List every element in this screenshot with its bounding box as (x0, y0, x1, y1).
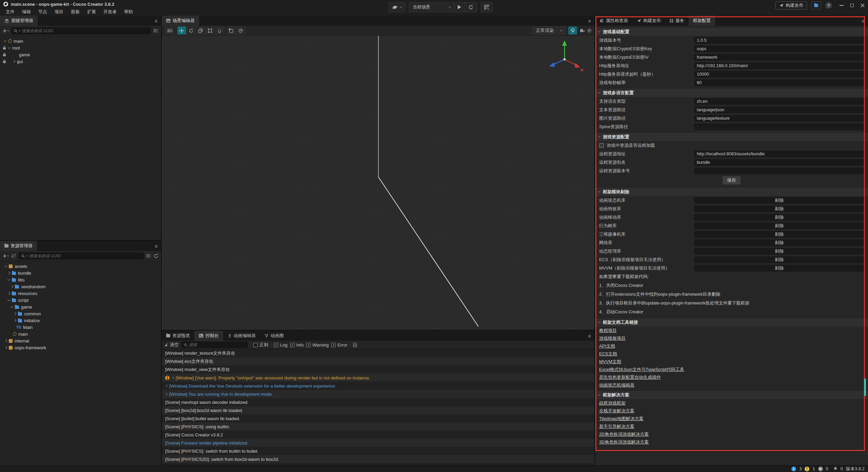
sort-icon[interactable] (11, 254, 16, 258)
log-file-icon[interactable] (353, 342, 357, 347)
remove-button[interactable]: 剔除 (694, 205, 865, 212)
asset-node-script[interactable]: script (0, 297, 161, 303)
asset-node-game[interactable]: game (0, 303, 161, 310)
play-button[interactable] (454, 2, 465, 12)
field-input[interactable]: 60 (694, 79, 865, 86)
menu-developer[interactable]: 开发者 (100, 8, 120, 16)
remove-button[interactable]: 剔除 (694, 239, 865, 246)
expand-icon[interactable] (4, 264, 7, 267)
expand-icon[interactable] (11, 305, 13, 308)
field-input[interactable]: oops (694, 45, 865, 52)
orientation-gizmo[interactable] (545, 38, 586, 79)
log-row[interactable]: [Scene] [PHYSICS]: using builtin. (162, 422, 594, 431)
build-publish-button[interactable]: 构建发布 (775, 1, 807, 9)
filter-log-checkbox[interactable]: ✓ Log (274, 342, 288, 348)
save-button[interactable]: 保存 (722, 176, 741, 185)
mode-3d-button[interactable]: 3D (164, 26, 175, 35)
help-button[interactable]: ? (825, 2, 832, 9)
asset-node-common[interactable]: common (0, 310, 161, 317)
field-input[interactable]: 1.0.5 (694, 37, 865, 44)
link-guide-solution[interactable]: 新手引导解决方案 (599, 422, 634, 430)
create-asset-button[interactable] (3, 254, 9, 258)
link-tiledmap-solution[interactable]: Tiledmap地图解决方案 (599, 415, 644, 422)
section-module-remove[interactable]: 框架模块剔除 (595, 187, 868, 196)
expand-icon[interactable] (7, 278, 10, 280)
field-input[interactable]: language/texture (694, 115, 865, 122)
preview-target-dropdown[interactable] (389, 2, 405, 12)
tab-framework-config[interactable]: 框架配置 (689, 16, 715, 26)
expand-icon[interactable] (13, 60, 15, 63)
asset-node-assets[interactable]: assets (0, 263, 161, 270)
expand-icon[interactable] (7, 298, 10, 301)
regex-checkbox[interactable]: 正则 (253, 342, 268, 348)
close-icon[interactable] (861, 3, 865, 7)
tab-animation-editor[interactable]: 动画编辑器 (223, 331, 260, 341)
tree-node-main[interactable]: main (0, 38, 161, 44)
expand-icon[interactable] (11, 285, 13, 288)
asset-node-internal[interactable]: internal (0, 337, 161, 344)
expand-icon[interactable] (7, 292, 10, 295)
field-input[interactable]: language/json (694, 106, 865, 113)
remote-load-checkbox[interactable]: 游戏中资源是否远程加载 (595, 141, 868, 150)
pivot-toggle-button[interactable] (227, 26, 236, 35)
log-row[interactable]: [Scene] Cocos Creator v3.8.2 (162, 431, 594, 439)
coordinate-toggle-button[interactable] (236, 26, 245, 35)
hierarchy-menu-icon[interactable]: ≡ (151, 18, 161, 24)
field-input[interactable]: http://localhost:8083/assets/bundle (694, 151, 865, 157)
gear-icon[interactable] (587, 28, 592, 33)
console-menu-icon[interactable]: ≡ (585, 333, 594, 339)
log-row[interactable]: [Scene] [PHYSICS]: switch from builtin t… (162, 447, 594, 455)
bell-icon[interactable] (833, 467, 837, 471)
field-input[interactable]: bundle (694, 159, 865, 166)
section-solutions[interactable]: 框架解决方案 (595, 390, 868, 399)
expand-icon[interactable] (14, 312, 16, 315)
asset-node-main-ts[interactable]: TS Main (0, 324, 161, 331)
preview-qr-button[interactable] (481, 2, 492, 12)
expand-icon[interactable] (7, 272, 10, 274)
inspector-menu-icon[interactable]: ≡ (858, 18, 868, 24)
console-logs[interactable]: [Window] render_texture文件夹存在 [Window] ec… (162, 349, 594, 465)
asset-node-oops-framework[interactable]: oops-framework (0, 344, 161, 351)
tab-console[interactable]: 控制台 (194, 331, 223, 341)
field-input[interactable]: zh,en (694, 98, 865, 105)
error-count-icon[interactable] (818, 467, 823, 471)
maximize-icon[interactable] (850, 4, 854, 7)
menu-panel[interactable]: 面板 (67, 8, 83, 16)
scale-tool-button[interactable] (196, 26, 205, 35)
field-input[interactable]: http://192.168.0.150/main/ (694, 62, 865, 69)
asset-node-seedrandom[interactable]: seedrandom (0, 283, 161, 290)
hierarchy-search-input[interactable] (22, 28, 149, 33)
log-row-info[interactable]: [Scene] Forward render pipeline initiali… (162, 439, 594, 447)
log-row-warning[interactable]: [Window] [Vue warn]: Property "onInput" … (162, 374, 594, 382)
log-row[interactable]: [Window] model_view文件夹存在 (162, 366, 594, 374)
link-2d-rpg-solution[interactable]: 2D角色扮演游戏解决方案 (599, 430, 649, 438)
tab-property-inspector[interactable]: 属性检查器 (595, 16, 632, 26)
tab-services[interactable]: 服务 (665, 16, 689, 26)
log-row-info[interactable]: [Window] Download the Vue Devtools exten… (162, 382, 594, 390)
expand-icon[interactable] (4, 339, 7, 342)
scene-menu-icon[interactable]: ≡ (585, 18, 594, 24)
remove-button[interactable]: 剔除 (694, 265, 865, 272)
menu-edit[interactable]: 编辑 (18, 8, 35, 16)
tab-build-publish[interactable]: 构建发布 (632, 16, 665, 26)
camera-icon[interactable] (580, 28, 585, 33)
log-row[interactable]: [Window] ecs文件夹存在 (162, 357, 594, 366)
field-input[interactable]: framework (694, 54, 865, 61)
warning-count-icon[interactable] (805, 467, 809, 471)
hierarchy-search[interactable] (11, 27, 151, 34)
asset-node-main-scene[interactable]: main (0, 331, 161, 337)
link-hotupdate-plugin[interactable]: 原生包热更新配置自动生成插件 (599, 373, 661, 381)
expand-icon[interactable] (8, 46, 11, 48)
remove-button[interactable]: 剔除 (694, 231, 865, 238)
link-wargame-framework[interactable]: 战棋游戏框架 (599, 399, 626, 407)
tree-node-game[interactable]: game (0, 51, 161, 58)
menu-node[interactable]: 节点 (35, 8, 51, 16)
expand-icon[interactable] (171, 376, 174, 379)
section-basic-config[interactable]: 游戏基础配置 (595, 27, 868, 36)
tab-hierarchy[interactable]: 层级管理器 (0, 16, 38, 26)
clear-console-button[interactable]: 清空 (164, 342, 179, 348)
log-row[interactable]: [Window] render_texture文件夹存在 (162, 349, 594, 357)
minimize-icon[interactable] (840, 5, 844, 6)
log-row[interactable]: [Scene] [PHYSICS2D]: switch from box2d-w… (162, 455, 594, 463)
link-ecs-docs[interactable]: ECS文档 (599, 350, 617, 358)
